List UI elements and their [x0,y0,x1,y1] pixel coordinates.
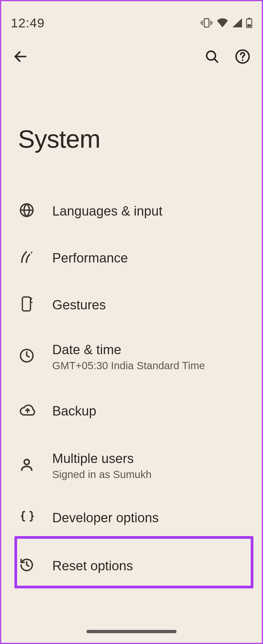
row-title: Date & time [52,341,253,358]
status-bar: 12:49 [1,1,262,34]
back-button[interactable] [12,48,29,65]
nav-handle[interactable] [86,630,177,633]
row-gestures[interactable]: Gestures [1,281,262,328]
row-reset-options[interactable]: Reset options [1,541,262,590]
svg-rect-0 [204,19,209,27]
svg-point-12 [242,59,243,61]
braces-icon [19,510,35,525]
cell-signal-icon [232,18,242,27]
help-button[interactable] [234,48,251,65]
row-subtitle: Signed in as Sumukh [52,468,253,480]
svg-point-16 [31,297,32,299]
row-title: Gestures [52,296,253,313]
row-performance[interactable]: Performance [1,234,262,281]
action-bar [1,34,262,70]
performance-icon [19,249,35,266]
user-icon [19,457,34,473]
svg-rect-15 [23,297,31,311]
row-title: Reset options [52,557,253,574]
svg-rect-2 [210,20,211,25]
row-multiple-users[interactable]: Multiple users Signed in as Sumukh [1,437,262,493]
gestures-icon [19,296,34,313]
row-languages-input[interactable]: Languages & input [1,187,262,234]
row-subtitle: GMT+05:30 India Standard Time [52,360,253,372]
vibrate-icon [201,18,213,28]
row-title: Performance [52,250,253,266]
svg-rect-4 [212,22,213,24]
battery-icon [246,18,252,28]
row-title: Languages & input [52,203,253,219]
settings-list: Languages & input Performance Gestures D… [1,154,262,590]
history-icon [19,557,34,574]
svg-rect-3 [201,22,201,24]
row-developer-options[interactable]: Developer options [1,493,262,541]
row-title: Multiple users [52,450,253,467]
svg-rect-7 [247,24,251,27]
svg-line-10 [214,59,217,62]
globe-icon [19,203,34,219]
row-title: Developer options [52,509,253,526]
status-icons [201,18,252,28]
wifi-icon [217,18,228,27]
status-time: 12:49 [11,16,45,30]
clock-icon [19,348,34,364]
backup-icon [19,403,36,418]
row-title: Backup [52,403,253,419]
search-button[interactable] [204,48,220,65]
page-title: System [1,70,262,154]
svg-point-18 [24,459,29,465]
row-backup[interactable]: Backup [1,385,262,437]
svg-rect-1 [202,20,203,25]
row-date-time[interactable]: Date & time GMT+05:30 India Standard Tim… [1,328,262,385]
